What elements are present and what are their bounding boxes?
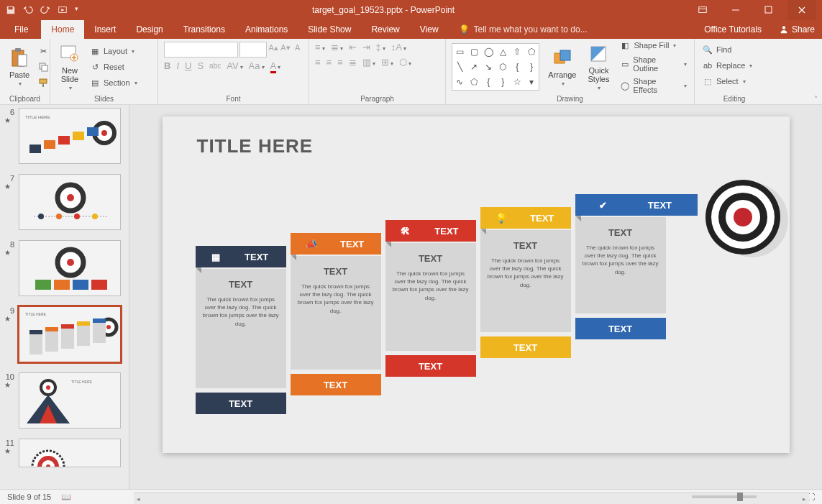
cut-icon[interactable]: ✂	[37, 45, 49, 57]
tell-me[interactable]: 💡 Tell me what you want to do...	[449, 20, 598, 39]
strikethrough-button[interactable]: S	[197, 60, 204, 71]
bullets-button[interactable]: ≡▾	[315, 42, 325, 52]
quick-styles-button[interactable]: Quick Styles▾	[585, 42, 612, 93]
find-button[interactable]: 🔍Find	[700, 43, 768, 56]
target-graphic[interactable]	[696, 173, 790, 266]
tab-transitions[interactable]: Transitions	[173, 20, 235, 39]
svg-point-25	[67, 194, 74, 201]
step-1[interactable]: ▦TEXT TEXTThe quick brown fox jumps over…	[196, 246, 286, 414]
reset-button[interactable]: ↺Reset	[88, 60, 139, 73]
spellcheck-icon[interactable]: 📖	[61, 492, 71, 502]
close-button[interactable]	[787, 0, 816, 20]
align-right-button[interactable]: ≡	[337, 57, 343, 68]
tab-design[interactable]: Design	[126, 20, 173, 39]
ribbon-options-icon[interactable]	[688, 0, 717, 20]
section-button[interactable]: ▤Section▾	[88, 76, 139, 89]
save-icon[interactable]	[6, 5, 16, 15]
clear-formatting-icon[interactable]: A	[292, 42, 303, 53]
italic-button[interactable]: I	[176, 60, 179, 71]
svg-rect-6	[18, 55, 27, 66]
tab-animations[interactable]: Animations	[235, 20, 298, 39]
underline-button[interactable]: U	[185, 60, 191, 71]
step-5[interactable]: ✔TEXT TEXTThe quick brown fox jumps over…	[575, 194, 683, 339]
slide-title[interactable]: TITLE HERE	[197, 135, 314, 157]
step-4[interactable]: 💡TEXT TEXTThe quick brown fox jumps over…	[480, 207, 571, 358]
arrange-icon	[552, 47, 573, 69]
replace-button[interactable]: abReplace▾	[700, 59, 768, 72]
thumb-6[interactable]: 6★TITLE HERE	[4, 108, 124, 164]
line-spacing-button[interactable]: ‡▾	[376, 42, 385, 52]
maximize-button[interactable]	[754, 0, 783, 20]
shape-effects-button[interactable]: ◯Shape Effects▾	[618, 76, 688, 95]
copy-icon[interactable]	[37, 61, 49, 73]
tab-home[interactable]: Home	[41, 20, 84, 39]
minimize-button[interactable]	[721, 0, 750, 20]
text-direction-button[interactable]: ↕A▾	[391, 42, 406, 52]
thumb-9[interactable]: 9★TITLE HERE	[4, 306, 124, 362]
reset-icon: ↺	[89, 61, 101, 73]
shape-fill-button[interactable]: ◧Shape Fill▾	[618, 39, 688, 52]
zoom-slider[interactable]	[692, 495, 757, 498]
select-button[interactable]: ⬚Select▾	[700, 75, 768, 88]
step-3[interactable]: 🛠TEXT TEXTThe quick brown fox jumps over…	[385, 220, 476, 377]
shape-effects-icon: ◯	[619, 80, 630, 91]
smartart-button[interactable]: ⬡▾	[399, 57, 411, 68]
tab-file[interactable]: File	[1, 20, 41, 39]
decrease-indent-button[interactable]: ⇤	[349, 42, 357, 52]
collapse-ribbon-icon[interactable]: ˄	[814, 95, 818, 103]
columns-button[interactable]: ▥▾	[362, 57, 375, 68]
align-left-button[interactable]: ≡	[315, 57, 321, 68]
numbering-button[interactable]: ≣▾	[331, 42, 343, 52]
redo-icon[interactable]	[40, 5, 50, 15]
new-slide-button[interactable]: New Slide ▾	[56, 42, 83, 93]
shapes-gallery[interactable]: ▭▢◯△⇧⬠ ╲↗↘⬡{} ∿⬠{}☆▾	[452, 43, 539, 91]
step-5-foot[interactable]: TEXT	[575, 318, 666, 339]
font-color-button[interactable]: A▾	[270, 60, 281, 71]
layout-button[interactable]: ▦Layout▾	[88, 45, 139, 58]
bold-button[interactable]: B	[164, 60, 170, 71]
thumb-7[interactable]: 7★	[4, 174, 124, 230]
font-name-combo[interactable]	[164, 42, 238, 58]
thumb-10[interactable]: 10★TITLE HERE	[4, 372, 124, 429]
align-text-button[interactable]: ⊞▾	[381, 57, 393, 68]
undo-icon[interactable]	[23, 5, 33, 15]
step-1-foot[interactable]: TEXT	[196, 393, 286, 414]
step-3-foot[interactable]: TEXT	[385, 355, 476, 377]
thumb-8[interactable]: 8★	[4, 240, 124, 296]
office-tutorials[interactable]: Office Tutorials	[694, 20, 772, 39]
step-2[interactable]: 📣TEXT TEXTThe quick brown fox jumps over…	[291, 233, 381, 395]
shadow-button[interactable]: abc	[209, 62, 221, 70]
font-size-combo[interactable]	[239, 42, 267, 58]
justify-button[interactable]: ≣	[349, 57, 357, 68]
thumb-11[interactable]: 11★	[4, 439, 124, 467]
svg-rect-23	[87, 127, 99, 136]
slide-count[interactable]: Slide 9 of 15	[7, 492, 51, 501]
slide-canvas[interactable]: TITLE HERE ▦TEXT TEXTThe quick brown fox…	[129, 105, 822, 489]
start-from-beginning-icon[interactable]	[58, 5, 68, 15]
increase-indent-button[interactable]: ⇥	[362, 42, 370, 52]
change-case-button[interactable]: Aa▾	[249, 60, 265, 71]
decrease-font-icon[interactable]: A▾	[280, 42, 291, 53]
slide-9: TITLE HERE ▦TEXT TEXTThe quick brown fox…	[163, 116, 790, 453]
share-button[interactable]: Share	[772, 24, 822, 35]
check-icon: ✔	[599, 200, 607, 211]
tab-insert[interactable]: Insert	[84, 20, 126, 39]
char-spacing-button[interactable]: AV▾	[227, 60, 242, 71]
shape-outline-button[interactable]: ▭Shape Outline▾	[618, 55, 688, 73]
tab-slideshow[interactable]: Slide Show	[298, 20, 361, 39]
step-4-foot[interactable]: TEXT	[480, 336, 571, 358]
paste-button[interactable]: Paste ▾	[6, 46, 33, 88]
format-painter-icon[interactable]	[37, 77, 49, 88]
tab-view[interactable]: View	[410, 20, 449, 39]
quick-styles-icon	[588, 43, 609, 65]
increase-font-icon[interactable]: A▴	[268, 42, 279, 53]
step-2-foot[interactable]: TEXT	[291, 374, 381, 395]
svg-text:TITLE HERE: TITLE HERE	[71, 380, 93, 384]
tab-review[interactable]: Review	[361, 20, 409, 39]
svg-rect-47	[93, 321, 106, 343]
svg-point-3	[782, 26, 785, 29]
align-center-button[interactable]: ≡	[326, 57, 332, 68]
svg-rect-43	[61, 327, 74, 349]
horizontal-scrollbar[interactable]: ◂ ▸	[134, 492, 809, 504]
arrange-button[interactable]: Arrange▾	[545, 46, 579, 88]
